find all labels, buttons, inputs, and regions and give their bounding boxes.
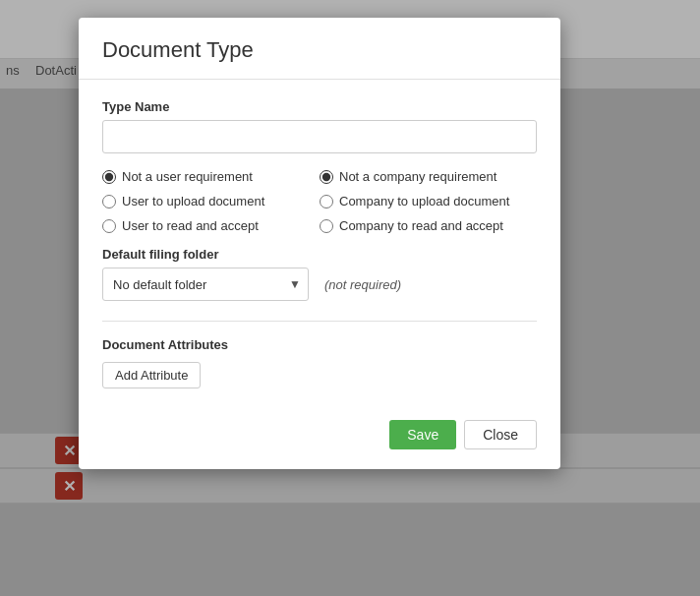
- radio-user-upload-label: User to upload document: [122, 194, 264, 209]
- folder-label: Default filing folder: [102, 247, 537, 262]
- divider: [102, 321, 537, 322]
- radio-user-read-label: User to read and accept: [122, 218, 259, 233]
- radio-group: Not a user requirement User to upload do…: [102, 169, 537, 233]
- radio-not-user-input[interactable]: [102, 170, 116, 184]
- folder-row: No default folder ▼ (not required): [102, 268, 537, 301]
- radio-not-user-label: Not a user requirement: [122, 169, 253, 184]
- radio-user-upload[interactable]: User to upload document: [102, 194, 320, 209]
- radio-company-read[interactable]: Company to read and accept: [320, 218, 537, 233]
- doc-attrs-label: Document Attributes: [102, 337, 537, 352]
- folder-select-wrap: No default folder ▼: [102, 268, 309, 301]
- folder-note: (not required): [324, 277, 401, 292]
- close-button[interactable]: Close: [464, 420, 537, 449]
- add-attribute-button[interactable]: Add Attribute: [102, 362, 201, 388]
- radio-company-upload-input[interactable]: [320, 195, 333, 209]
- modal-header: Document Type: [79, 18, 560, 80]
- radio-not-company-label: Not a company requirement: [339, 169, 496, 184]
- user-radio-col: Not a user requirement User to upload do…: [102, 169, 320, 233]
- radio-company-upload[interactable]: Company to upload document: [320, 194, 537, 209]
- radio-user-upload-input[interactable]: [102, 195, 116, 209]
- modal-dialog: Document Type Type Name Not a user requi…: [79, 18, 560, 469]
- company-radio-col: Not a company requirement Company to upl…: [320, 169, 537, 233]
- save-button[interactable]: Save: [389, 420, 456, 449]
- radio-user-read-input[interactable]: [102, 219, 116, 233]
- radio-user-read[interactable]: User to read and accept: [102, 218, 320, 233]
- modal-title: Document Type: [102, 37, 537, 63]
- radio-not-user[interactable]: Not a user requirement: [102, 169, 320, 184]
- folder-select[interactable]: No default folder: [102, 268, 309, 301]
- modal-footer: Save Close: [79, 408, 560, 469]
- modal-body: Type Name Not a user requirement User to…: [79, 80, 560, 408]
- type-name-label: Type Name: [102, 99, 537, 114]
- type-name-input[interactable]: [102, 120, 537, 153]
- radio-company-read-input[interactable]: [320, 219, 333, 233]
- radio-company-upload-label: Company to upload document: [339, 194, 509, 209]
- radio-company-read-label: Company to read and accept: [339, 218, 503, 233]
- radio-not-company[interactable]: Not a company requirement: [320, 169, 537, 184]
- radio-not-company-input[interactable]: [320, 170, 333, 184]
